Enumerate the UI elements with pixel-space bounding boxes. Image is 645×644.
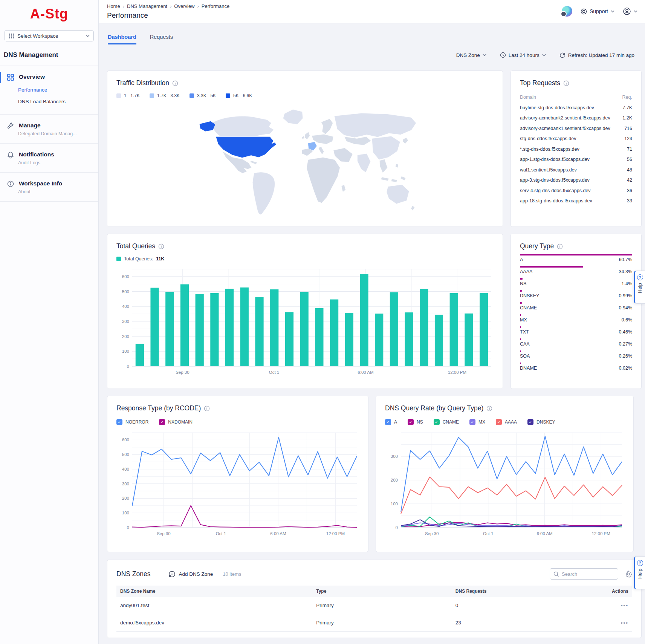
query-type-row[interactable]: CAA 0.27%: [520, 338, 632, 347]
response-type-chart[interactable]: 0100200300400500600Sep 30Oct 16:00 AM12:…: [116, 428, 360, 538]
workspace-selector[interactable]: Select Workspace: [5, 30, 94, 41]
breadcrumb-item[interactable]: Home: [107, 3, 120, 9]
query-type-row[interactable]: MX 0.6%: [520, 314, 632, 323]
top-requests-row[interactable]: buytime.stg-dns-ddos.f5xcapps.dev 7.7K: [520, 105, 632, 110]
top-requests-row[interactable]: stg-dns-ddos.f5xcapps.dev 124: [520, 136, 632, 141]
legend-checkbox-item[interactable]: ✓ DNSKEY: [527, 419, 555, 425]
checkbox-icon: ✓: [385, 419, 391, 425]
query-rate-card: DNS Query Rate (by Query Type) ✓ A ✓ NS …: [376, 396, 634, 552]
breadcrumb-item[interactable]: Performance: [197, 3, 230, 9]
legend-label: MX: [478, 419, 485, 425]
checkbox-icon: ✓: [116, 419, 122, 425]
top-requests-row[interactable]: advisory-acmebank1.sentient.f5xcapps.dev…: [520, 126, 632, 131]
help-tab[interactable]: ? Help: [634, 556, 645, 589]
total-queries-legend: Total Queries: 11K: [116, 256, 494, 262]
map-legend-item: 1 - 1.7K: [116, 93, 140, 98]
sidebar-item-dns-load-balancers[interactable]: DNS Load Balancers: [18, 99, 98, 104]
top-requests-row[interactable]: waf1.sentient.f5xcapps.dev 48: [520, 167, 632, 173]
support-menu[interactable]: Support: [581, 8, 614, 15]
row-actions-menu[interactable]: •••: [621, 620, 628, 626]
query-type-row[interactable]: TXT 0.46%: [520, 326, 632, 335]
sidebar-item-performance[interactable]: Performance: [18, 87, 98, 93]
sidebar-item-overview[interactable]: Overview: [0, 66, 98, 81]
svg-text:100: 100: [122, 511, 129, 515]
top-requests-row[interactable]: app-3.stg-dns-ddos.f5xcapps.dev 42: [520, 177, 632, 183]
legend-checkbox-item[interactable]: ✓ AAAA: [496, 419, 517, 425]
legend-checkbox-item[interactable]: ✓ MX: [469, 419, 485, 425]
total-queries-chart[interactable]: 0100200300400500600Sep 30Oct 16:00 AM12:…: [116, 265, 494, 377]
query-type-bar: [520, 350, 521, 352]
info-icon[interactable]: [172, 80, 178, 86]
account-menu[interactable]: [623, 7, 637, 15]
info-icon[interactable]: [158, 243, 164, 249]
refresh-button[interactable]: Refresh: Updated 17 min ago: [559, 52, 634, 58]
legend-checkbox-item[interactable]: ✓ NS: [408, 419, 423, 425]
svg-text:100: 100: [391, 502, 398, 506]
search-input[interactable]: [562, 571, 611, 577]
card-title: DNS Query Rate (by Query Type): [385, 404, 483, 412]
column-dns-requests[interactable]: DNS Requests: [452, 586, 581, 597]
card-title: Top Requests: [520, 79, 560, 87]
request-domain: *.stg-dns-ddos.f5xcapps.dev: [520, 147, 579, 152]
legend-value: 11K: [156, 256, 164, 262]
query-type-row[interactable]: SOA 0.26%: [520, 350, 632, 359]
sidebar-item-notifications[interactable]: Notifications: [0, 144, 98, 159]
column-type[interactable]: Type: [312, 586, 452, 597]
add-zone-icon: [168, 571, 176, 578]
tenant-globe-icon[interactable]: [562, 6, 572, 17]
tab-dashboard[interactable]: Dashboard: [108, 34, 136, 44]
legend-checkbox-item[interactable]: ✓ NOERROR: [116, 419, 148, 425]
top-requests-row[interactable]: serv-4.stg-dns-ddos.f5xcapps.dev 36: [520, 188, 632, 193]
tab-requests[interactable]: Requests: [150, 34, 173, 44]
dns-zone-filter[interactable]: DNS Zone: [456, 52, 486, 58]
gear-icon[interactable]: [625, 571, 632, 578]
query-type-row[interactable]: DNSKEY 0.99%: [520, 290, 632, 298]
sidebar-item-manage[interactable]: Manage: [0, 115, 98, 130]
checkbox-icon: ✓: [496, 419, 502, 425]
help-tab[interactable]: ? Help: [634, 271, 645, 304]
zone-name[interactable]: andy001.test: [116, 597, 312, 614]
info-icon[interactable]: [204, 405, 210, 411]
bell-icon: [7, 151, 14, 159]
legend-label: AAAA: [505, 419, 517, 425]
time-range-filter[interactable]: Last 24 hours: [500, 52, 546, 58]
top-requests-row[interactable]: advisory-acmebank2.sentient.f5xcapps.dev…: [520, 115, 632, 121]
query-type-row[interactable]: A 60.7%: [520, 254, 632, 262]
svg-text:500: 500: [122, 289, 129, 294]
page-title: Performance: [107, 11, 148, 20]
breadcrumb-item[interactable]: Overview: [170, 3, 195, 9]
table-row[interactable]: andy001.test Primary 0 •••: [116, 597, 632, 614]
info-icon[interactable]: [557, 243, 563, 249]
legend-label: NS: [417, 419, 423, 425]
zone-name[interactable]: demo.f5xcapps.dev: [116, 614, 312, 632]
info-icon[interactable]: [563, 80, 569, 86]
legend-checkbox-item[interactable]: ✓ CNAME: [434, 419, 459, 425]
query-rate-chart[interactable]: 0100200300Sep 30Oct 16:00 AM12:00 PM: [385, 428, 625, 538]
info-icon: [7, 180, 14, 188]
filter-bar: DNS Zone Last 24 hours Refresh: Updated …: [456, 52, 634, 58]
top-requests-row[interactable]: *.stg-dns-ddos.f5xcapps.dev 71: [520, 147, 632, 152]
query-type-row[interactable]: AAAA 34.3%: [520, 266, 632, 274]
row-actions-menu[interactable]: •••: [621, 603, 628, 608]
request-count: 33: [627, 198, 632, 203]
legend-checkbox-item[interactable]: ✓ A: [385, 419, 397, 425]
clock-icon: [500, 52, 506, 58]
request-domain: advisory-acmebank1.sentient.f5xcapps.dev: [520, 126, 610, 131]
table-row[interactable]: demo.f5xcapps.dev Primary 23 •••: [116, 614, 632, 632]
add-dns-zone-button[interactable]: Add DNS Zone: [168, 571, 213, 578]
info-icon[interactable]: [486, 405, 492, 411]
svg-text:100: 100: [122, 349, 129, 353]
world-map[interactable]: [177, 101, 433, 219]
column-zone-name[interactable]: DNS Zone Name: [116, 586, 312, 597]
query-type-row[interactable]: CNAME 0.94%: [520, 302, 632, 311]
svg-text:Sep 30: Sep 30: [157, 531, 170, 536]
sidebar-item-workspace-info[interactable]: Workspace Info: [0, 173, 98, 188]
query-type-row[interactable]: DNAME 0.02%: [520, 363, 632, 371]
query-type-row[interactable]: NS 1.4%: [520, 278, 632, 286]
dns-zones-card: DNS Zones Add DNS Zone 10 items DNS Zone…: [107, 560, 642, 638]
top-requests-row[interactable]: app-1.stg-dns-ddos.f5xcapps.dev 56: [520, 157, 632, 162]
top-requests-row[interactable]: app-18.stg-dns-ddos.f5xcapps.dev 33: [520, 198, 632, 203]
breadcrumb: HomeDNS ManagementOverviewPerformance: [107, 3, 229, 9]
breadcrumb-item[interactable]: DNS Management: [123, 3, 167, 9]
legend-checkbox-item[interactable]: ✓ NXDOMAIN: [159, 419, 193, 425]
